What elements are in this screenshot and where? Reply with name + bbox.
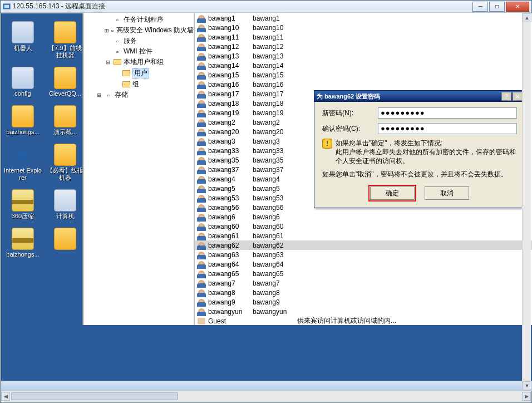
user-fullname: bawang17 [253,90,297,98]
user-row[interactable]: bawang13bawang13 [195,51,532,61]
wmi-icon: ▫ [113,47,122,56]
user-row[interactable]: Guest供来宾访问计算机或访问域的内... [195,316,532,325]
new-password-input[interactable] [378,107,517,119]
confirm-password-input[interactable] [378,123,517,134]
user-name: Guest [208,317,253,325]
tree-node[interactable]: ⊟本地用户和组 [83,57,194,67]
user-fullname: bawang37 [253,166,297,174]
user-icon [197,308,206,316]
close-button[interactable]: ✕ [506,2,529,12]
shield-icon: ▫ [110,26,114,35]
rdp-titlebar[interactable]: 120.55.165.143 - 远程桌面连接 ─ □ ✕ [1,1,531,13]
user-name: bawang3 [208,137,253,145]
user-fullname: bawang18 [253,100,297,107]
minimize-button[interactable]: ─ [472,2,488,12]
user-row[interactable]: bawang64bawang64 [195,259,532,269]
user-row[interactable]: bawang62bawang62 [195,240,532,250]
group-icon [197,317,206,325]
tree-node[interactable]: ▫WMI 控件 [83,46,194,57]
desktop-icon[interactable]: 【7.9】前线挂机器 [46,21,85,59]
scroll-left-button[interactable]: ◀ [1,392,10,401]
tree-node[interactable]: ⊞▫存储 [83,90,194,100]
desktop-icon[interactable]: 360压缩 [3,189,42,220]
tree-node[interactable]: ▫任务计划程序 [83,14,194,25]
user-row[interactable]: bawang9bawang9 [195,297,532,307]
user-row[interactable]: bawang15bawang15 [195,70,532,80]
tree-node[interactable]: 用户 [83,67,194,79]
user-icon [197,109,206,117]
desktop-icon[interactable]: config [3,67,42,97]
folder-icon [12,105,34,127]
user-fullname: bawang62 [253,242,297,249]
user-name: bawang8 [208,289,253,297]
user-row[interactable]: bawang11bawang11 [195,32,532,42]
user-icon [197,242,206,249]
user-row[interactable]: bawang63bawang63 [195,250,532,259]
user-icon [197,33,206,41]
desktop-icon[interactable]: 【必看】线报机器 [46,144,85,181]
user-fullname: bawang65 [253,270,297,278]
desktop-icon-label: Internet Explorer [3,167,42,181]
user-row[interactable]: bawang10bawang10 [195,23,532,32]
desktop-icon[interactable] [46,228,85,251]
desktop-icon[interactable]: eInternet Explorer [3,144,42,181]
desktop-icon[interactable]: CleverQQ... [46,67,85,97]
tree-node[interactable]: ⊞▫高级安全 Windows 防火墙 [83,25,194,36]
user-icon [197,128,206,136]
cancel-button[interactable]: 取消 [425,186,469,200]
scroll-thumb[interactable] [11,392,178,400]
user-name: bawang2 [208,119,253,126]
scroll-right-button[interactable]: ▶ [522,392,531,401]
tree-pane[interactable]: ▫任务计划程序⊞▫高级安全 Windows 防火墙▫服务▫WMI 控件⊟本地用户… [83,13,195,325]
folder-icon [54,228,76,250]
user-row[interactable]: bawang60bawang60 [195,222,532,231]
scroll-up-button[interactable]: ▲ [523,13,531,22]
zip-icon [12,228,34,250]
user-row[interactable]: bawangyunbawangyun [195,307,532,316]
dialog-close-button[interactable]: ✕ [513,92,523,101]
folder-icon [54,67,76,89]
user-row[interactable]: bawang65bawang65 [195,269,532,278]
tree-expander[interactable]: ⊟ [105,58,111,66]
user-row[interactable]: bawang61bawang61 [195,231,532,240]
user-fullname: bawang12 [253,43,297,51]
scroll-down-button[interactable]: ▼ [523,381,531,390]
desktop-icon[interactable]: 演示截... [46,105,85,136]
desktop-icon[interactable]: baizhongs... [3,228,42,258]
desktop-icon-label: baizhongs... [3,129,42,136]
user-name: bawang33 [208,147,253,155]
user-row[interactable]: bawang6bawang6 [195,212,532,222]
tree-node-label: 组 [132,80,139,89]
desktop-icon[interactable]: baizhongs... [3,105,42,136]
user-row[interactable]: bawang1bawang1 [195,13,532,23]
user-fullname: bawang13 [253,52,297,60]
maximize-button[interactable]: □ [489,2,505,12]
tree-node[interactable]: ▫服务 [83,36,194,46]
user-icon [197,119,206,126]
user-row[interactable]: bawang14bawang14 [195,61,532,70]
user-row[interactable]: bawang16bawang16 [195,80,532,89]
user-name: bawang6 [208,213,253,221]
user-row[interactable]: bawang7bawang7 [195,278,532,288]
desktop-icon-label: 【必看】线报机器 [46,167,85,181]
user-fullname: bawang1 [253,14,297,22]
outer-scrollbar-horizontal[interactable]: ◀ ▶ [1,391,531,402]
ok-button[interactable]: 确定 [370,186,415,200]
gear-icon [12,21,34,43]
fld-icon [122,69,131,78]
dialog-help-button[interactable]: ? [501,92,511,101]
remote-taskbar[interactable] [1,381,532,391]
user-row[interactable]: bawang12bawang12 [195,42,532,51]
user-row[interactable]: bawang8bawang8 [195,288,532,297]
desktop-icon[interactable]: 机器人 [3,21,42,52]
tree-node[interactable]: 组 [83,79,194,90]
rdp-icon [3,3,11,11]
user-name: bawang14 [208,62,253,70]
desktop-icon[interactable]: 计算机 [46,189,85,220]
user-icon [197,298,206,306]
tree-expander[interactable]: ⊞ [105,27,109,35]
tree-expander[interactable]: ⊞ [96,91,102,99]
outer-scrollbar-vertical[interactable]: ▲ ▼ [522,13,531,390]
dialog-titlebar[interactable]: 为 bawang62 设置密码 ? ✕ [314,91,525,102]
user-fullname: bawang8 [253,289,297,297]
